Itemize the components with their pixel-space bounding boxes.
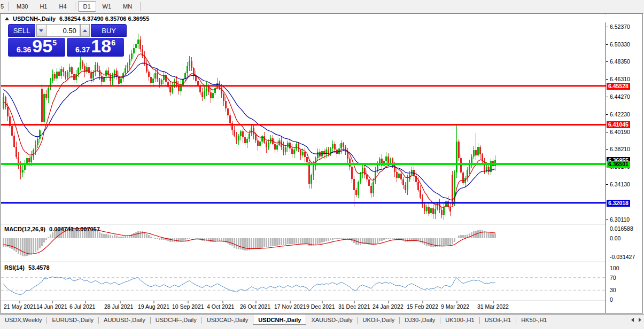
timeframe-button-m30[interactable]: M30 (11, 1, 33, 12)
price-axis-label: 6.30110 (610, 216, 630, 223)
sell-price-big: 95 (32, 38, 52, 54)
macd-values: 0.004741 0.007057 (49, 226, 100, 232)
date-label: 14 Jun 2021 (36, 303, 67, 310)
buy-price-box[interactable]: 6.37 18 6 (67, 38, 124, 57)
price-axis-tick (606, 184, 608, 185)
timeframe-button-mn[interactable]: MN (118, 1, 137, 12)
date-label: 24 Jan 2022 (373, 303, 404, 310)
chart-title-symbol: USDCNH-,Daily (13, 15, 56, 22)
triangle-up-icon (83, 29, 87, 32)
price-axis-tick (606, 27, 608, 27)
timeframe-button-w1[interactable]: W1 (97, 1, 117, 12)
price-axis-label: 6.38210 (610, 146, 630, 152)
date-label: 28 Jul 2021 (104, 303, 133, 310)
toolbar-separator (75, 2, 75, 11)
price-axis-tick (606, 61, 608, 62)
candles-layer (3, 34, 496, 220)
macd-scale-label: 0.00 (610, 235, 620, 241)
date-label: 10 Sep 2021 (172, 303, 204, 310)
tab-usoil-h1[interactable]: USOil-,H1 (480, 315, 516, 324)
date-label: 19 Aug 2021 (138, 303, 169, 310)
price-axis-label: 6.44270 (610, 93, 630, 100)
tab-dj30-daily[interactable]: DJ30-,Daily (400, 315, 440, 324)
macd-indicator-label: MACD(12,26,9) 0.004741 0.007057 (4, 226, 100, 232)
timeframe-toolbar: 5M30H1H4D1W1MN (0, 0, 644, 13)
price-axis-label: 6.40190 (610, 129, 630, 135)
price-tag-6.32018: 6.32018 (607, 200, 630, 207)
price-tag-6.36501: 6.36501 (607, 161, 630, 168)
macd-scale-label: 0.016588 (610, 225, 633, 232)
tab-usdx-weekly[interactable]: USDX,Weekly (0, 315, 46, 324)
rsi-name: RSI(14) (4, 264, 25, 271)
date-label: 4 Oct 2021 (207, 303, 234, 310)
tab-ukoil-daily[interactable]: UKOil-,Daily (358, 315, 399, 324)
timeframe-button-d1[interactable]: D1 (78, 1, 96, 12)
date-label: 31 Dec 2021 (338, 303, 370, 310)
trading-platform-screen: 5M30H1H4D1W1MN USDCNH-,Daily 6.36254 6.3… (0, 0, 644, 329)
rsi-line (4, 277, 495, 295)
sell-price-box[interactable]: 6.36 95 5 (8, 38, 65, 57)
macd-name: MACD(12,26,9) (4, 226, 45, 232)
price-axis-label: 6.34130 (610, 181, 630, 187)
date-axis: 21 May 202114 Jun 20216 Jul 202128 Jul 2… (0, 303, 606, 312)
chart-title-bar: USDCNH-,Daily 6.36254 6.37490 6.35706 6.… (1, 14, 608, 22)
tab-usdcnh-daily[interactable]: USDCNH-,Daily (253, 315, 306, 325)
timeframe-button-h4[interactable]: H4 (53, 1, 72, 12)
timeframe-button-h1[interactable]: H1 (34, 1, 52, 12)
buy-button[interactable]: BUY (91, 24, 127, 37)
sell-price-sup: 5 (52, 38, 57, 47)
price-axis-tick (606, 220, 608, 220)
price-axis-tick (606, 114, 608, 115)
date-label: 21 May 2021 (4, 303, 36, 310)
price-axis-label: 6.42230 (610, 111, 630, 118)
rsi-scale-label: 100 (610, 265, 619, 271)
volume-input[interactable] (46, 24, 80, 37)
volume-decrease-button[interactable] (36, 24, 46, 37)
buy-price-prefix: 6.37 (75, 45, 90, 54)
rsi-scale-label: 0 (610, 296, 613, 303)
macd-scale-label: -0.031427 (610, 254, 635, 260)
date-label: 26 Oct 2021 (240, 303, 270, 310)
scroll-left-icon[interactable] (631, 318, 634, 322)
tab-eurusd-daily[interactable]: EURUSD-,Daily (47, 315, 98, 324)
rsi-value: 53.4578 (28, 264, 50, 271)
price-axis-tick (606, 44, 608, 45)
chart-canvas[interactable] (1, 22, 606, 314)
rsi-scale-label: 70 (610, 275, 616, 281)
price-axis-label: 6.48350 (610, 58, 630, 65)
timeframe-button-5[interactable]: 5 (0, 1, 5, 12)
price-tag-6.45528: 6.45528 (607, 83, 630, 90)
tab-xauusd-daily[interactable]: XAUUSD-,Daily (306, 315, 357, 324)
price-axis-tick (606, 97, 608, 97)
tab-hk50-h1[interactable]: HK50-,H1 (516, 315, 552, 324)
date-label: 17 Nov 2021 (274, 303, 306, 310)
tab-audusd-daily[interactable]: AUDUSD-,Daily (99, 315, 150, 324)
collapse-icon[interactable] (5, 17, 9, 20)
order-prices-row: 6.36 95 5 6.37 18 6 (8, 38, 127, 57)
tab-usdcad-daily[interactable]: USDCAD-,Daily (202, 315, 253, 324)
price-tag-6.41045: 6.41045 (607, 121, 630, 128)
price-axis-tick (606, 149, 608, 150)
chart-tabs-bar: USDX,WeeklyEURUSD-,DailyAUDUSD-,DailyUSD… (0, 314, 644, 329)
price-axis-label: 6.50330 (610, 41, 630, 48)
buy-price-big: 18 (91, 38, 111, 54)
tab-scrollers (631, 318, 641, 322)
price-axis-label: 6.52370 (610, 24, 630, 30)
scroll-right-icon[interactable] (639, 318, 641, 322)
rsi-indicator-label: RSI(14) 53.4578 (4, 264, 50, 271)
sell-price-prefix: 6.36 (17, 45, 31, 54)
chart-title-ohlc: 6.36254 6.37490 6.35706 6.36955 (59, 15, 149, 22)
date-label: 9 Dec 2021 (306, 303, 335, 310)
tab-uk100-h1[interactable]: UK100-,H1 (440, 315, 479, 324)
tab-usdchf-daily[interactable]: USDCHF-,Daily (151, 315, 201, 324)
date-label: 31 Mar 2022 (477, 303, 509, 310)
toolbar-separator (140, 2, 141, 11)
date-label: 15 Feb 2022 (407, 303, 438, 310)
rsi-scale-label: 30 (610, 287, 616, 293)
volume-increase-button[interactable] (80, 24, 90, 37)
price-axis: 6.523706.503306.483506.463106.442706.422… (606, 14, 644, 313)
date-label: 6 Jul 2021 (69, 303, 95, 310)
price-axis-label: 6.46310 (610, 76, 630, 82)
sell-button[interactable]: SELL (8, 24, 35, 37)
price-axis-tick (606, 132, 608, 132)
